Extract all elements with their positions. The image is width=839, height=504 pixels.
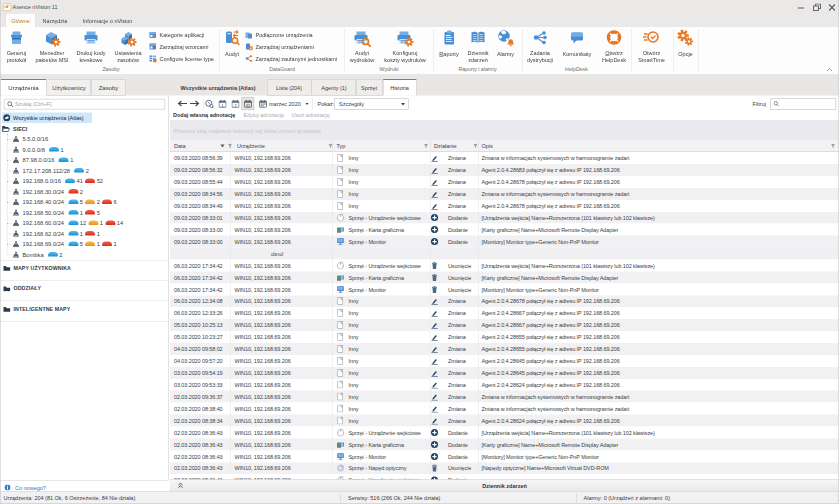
- svg-text:1: 1: [221, 103, 224, 108]
- svg-text:7: 7: [234, 103, 237, 108]
- svg-text:31: 31: [246, 104, 250, 108]
